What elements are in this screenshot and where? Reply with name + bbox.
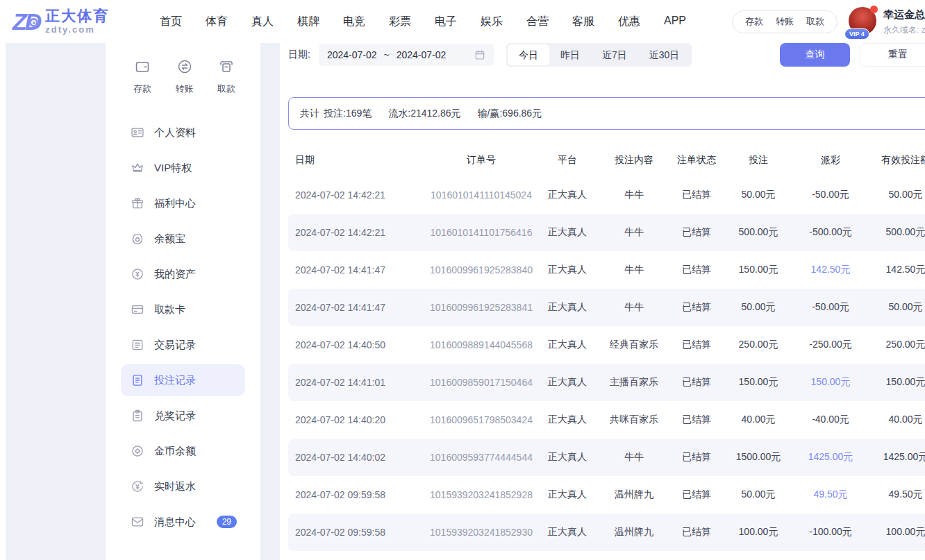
nav-item[interactable]: 优惠 bbox=[618, 15, 640, 29]
table-row[interactable]: 2024-07-02 09:59:58 1015939203241852930 … bbox=[288, 514, 925, 551]
cell-valid-bet: 100.00元 bbox=[865, 526, 925, 538]
cell-bet-content: 共咪百家乐 bbox=[596, 414, 672, 426]
sidebar-item-yuebao[interactable]: 余额宝 bbox=[121, 223, 245, 255]
summary-turnover: 流水:21412.86元 bbox=[388, 108, 460, 120]
quick-action-withdraw[interactable]: 取款 bbox=[217, 58, 235, 95]
cell-status: 已结算 bbox=[672, 301, 721, 314]
nav-item[interactable]: 真人 bbox=[251, 15, 274, 29]
query-button[interactable]: 查询 bbox=[780, 43, 850, 67]
sidebar-item-bet-records[interactable]: 投注记录 bbox=[121, 364, 245, 396]
nav-item[interactable]: 合营 bbox=[526, 15, 549, 29]
sidebar-item-profile[interactable]: 个人资料 bbox=[121, 117, 245, 149]
sidebar-item-label: 我的资产 bbox=[154, 268, 196, 281]
table-row[interactable]: 2024-07-02 14:42:21 1016010141110145024 … bbox=[288, 176, 925, 214]
bet-records-table: 日期 订单号 平台 投注内容 注单状态 投注 派彩 有效投注额 2024-07-… bbox=[288, 144, 925, 551]
cell-payout: -50.00元 bbox=[796, 189, 865, 201]
cell-platform: 正大真人 bbox=[539, 489, 596, 501]
nav-item[interactable]: 电子 bbox=[435, 15, 457, 29]
cell-valid-bet: 50.00元 bbox=[865, 189, 925, 201]
cell-bet-amount: 50.00元 bbox=[721, 301, 796, 314]
quick-action-transfer[interactable]: 转账 bbox=[176, 58, 194, 95]
table-row[interactable]: 2024-07-02 14:40:20 1016009651798503424 … bbox=[288, 401, 925, 439]
cell-payout: 49.50元 bbox=[796, 489, 865, 501]
transfer-link[interactable]: 转账 bbox=[776, 15, 794, 28]
cell-payout: 150.00元 bbox=[796, 376, 865, 389]
nav-item[interactable]: 娱乐 bbox=[481, 15, 503, 29]
cell-bet-amount: 100.00元 bbox=[721, 526, 796, 538]
sidebar-item-withdraw-card[interactable]: 取款卡 bbox=[121, 294, 245, 325]
sidebar-item-label: 兑奖记录 bbox=[154, 409, 196, 423]
table-row[interactable]: 2024-07-02 14:42:21 1016010141101756416 … bbox=[288, 214, 925, 251]
cell-bet-content: 牛牛 bbox=[596, 264, 672, 276]
calendar-icon[interactable] bbox=[474, 49, 485, 60]
sidebar-item-welfare[interactable]: 福利中心 bbox=[121, 187, 245, 219]
table-row[interactable]: 2024-07-02 14:40:02 1016009593774444544 … bbox=[288, 439, 925, 476]
quick-range-tab[interactable]: 昨日 bbox=[549, 44, 591, 65]
cell-order-number: 1016010141110145024 bbox=[424, 189, 539, 201]
cell-status: 已结算 bbox=[672, 414, 721, 426]
table-row[interactable]: 2024-07-02 14:41:47 1016009961925283841 … bbox=[288, 289, 925, 326]
cell-status: 已结算 bbox=[672, 376, 721, 389]
quick-range-tab[interactable]: 近30日 bbox=[638, 44, 691, 65]
sidebar-item-coin-balance[interactable]: 金币余额 bbox=[121, 435, 245, 467]
cell-valid-bet: 1425.00元 bbox=[865, 451, 925, 464]
user-profile[interactable]: VIP 4 幸运金总 永久域名: z bbox=[849, 7, 925, 36]
brand-logo[interactable]: ZD 正大体育 zdty.com bbox=[12, 8, 131, 35]
permanent-domain-note: 永久域名: z bbox=[883, 24, 925, 36]
cell-bet-content: 牛牛 bbox=[596, 301, 672, 314]
cell-bet-content: 主播百家乐 bbox=[596, 376, 672, 389]
sidebar-item-transactions[interactable]: 交易记录 bbox=[121, 329, 245, 361]
main-nav: 首页 体育 真人 棋牌 电竞 彩票 电子 娱乐 合营 客服 优惠 APP bbox=[160, 15, 686, 29]
quick-range-tab[interactable]: 今日 bbox=[508, 44, 549, 65]
nav-item[interactable]: 首页 bbox=[160, 15, 182, 29]
table-row[interactable]: 2024-07-02 14:41:01 1016009859017150464 … bbox=[288, 364, 925, 401]
nav-item[interactable]: 客服 bbox=[572, 15, 594, 29]
nav-item[interactable]: 棋牌 bbox=[297, 15, 319, 29]
sidebar-item-redeem-records[interactable]: 兑奖记录 bbox=[121, 400, 245, 432]
cell-payout: -40.00元 bbox=[796, 414, 865, 426]
table-row[interactable]: 2024-07-02 14:40:50 1016009889144045568 … bbox=[288, 326, 925, 364]
cell-platform: 正大真人 bbox=[539, 339, 596, 351]
quick-action-deposit[interactable]: 存款 bbox=[133, 58, 151, 95]
cell-payout: -50.00元 bbox=[796, 301, 865, 314]
reset-button[interactable]: 重置 bbox=[860, 43, 925, 67]
cell-platform: 正大真人 bbox=[539, 226, 596, 239]
table-row[interactable]: 2024-07-02 14:41:47 1016009961925283840 … bbox=[288, 251, 925, 289]
date-range-input[interactable]: 2024-07-02 ~ 2024-07-02 bbox=[319, 44, 494, 66]
sidebar-item-rebate[interactable]: 实时返水 bbox=[121, 470, 245, 502]
cell-payout: -250.00元 bbox=[796, 339, 865, 351]
sidebar: 存款 转账 取款 个人资料 bbox=[106, 43, 260, 560]
sidebar-item-vip[interactable]: VIP特权 bbox=[121, 152, 245, 184]
cell-bet-content: 温州牌九 bbox=[596, 526, 672, 538]
table-row[interactable]: 2024-07-02 09:59:58 1015939203241852928 … bbox=[288, 476, 925, 514]
withdraw-link[interactable]: 取款 bbox=[806, 15, 824, 28]
sidebar-item-label: 消息中心 bbox=[154, 516, 196, 529]
nav-item[interactable]: 体育 bbox=[206, 15, 228, 29]
nav-item[interactable]: 电竞 bbox=[343, 15, 365, 29]
col-status: 注单状态 bbox=[672, 154, 721, 167]
sidebar-item-label: VIP特权 bbox=[154, 162, 192, 175]
clipboard-icon bbox=[131, 409, 144, 423]
cell-order-number: 1016009961925283840 bbox=[424, 264, 539, 275]
savings-pot-icon bbox=[131, 232, 144, 246]
cell-bet-amount: 50.00元 bbox=[721, 189, 796, 201]
summary-bar: 共计 投注:169笔 流水:21412.86元 输/赢:696.86元 bbox=[288, 97, 925, 130]
deposit-link[interactable]: 存款 bbox=[745, 15, 763, 28]
cell-payout: 142.50元 bbox=[796, 264, 865, 276]
cell-order-number: 1016009651798503424 bbox=[424, 414, 539, 425]
user-name: 幸运金总 bbox=[883, 8, 925, 22]
envelope-icon bbox=[131, 515, 144, 529]
unread-count-badge: 29 bbox=[217, 516, 237, 528]
nav-item[interactable]: APP bbox=[664, 15, 686, 29]
summary-winloss: 输/赢:696.86元 bbox=[478, 108, 542, 120]
table-header: 日期 订单号 平台 投注内容 注单状态 投注 派彩 有效投注额 bbox=[288, 144, 925, 176]
rebate-yen-icon bbox=[131, 480, 144, 493]
quick-range-tab[interactable]: 近7日 bbox=[591, 44, 638, 65]
sidebar-item-messages[interactable]: 消息中心 29 bbox=[121, 506, 245, 538]
sidebar-item-assets[interactable]: 我的资产 bbox=[121, 258, 245, 290]
filter-row: 日期: 2024-07-02 ~ 2024-07-02 今日 昨日 近7日 近3… bbox=[288, 43, 925, 69]
cell-date: 2024-07-02 14:41:01 bbox=[288, 377, 424, 388]
nav-item[interactable]: 彩票 bbox=[389, 15, 411, 29]
date-to: 2024-07-02 bbox=[397, 49, 447, 60]
date-label: 日期: bbox=[288, 49, 310, 61]
